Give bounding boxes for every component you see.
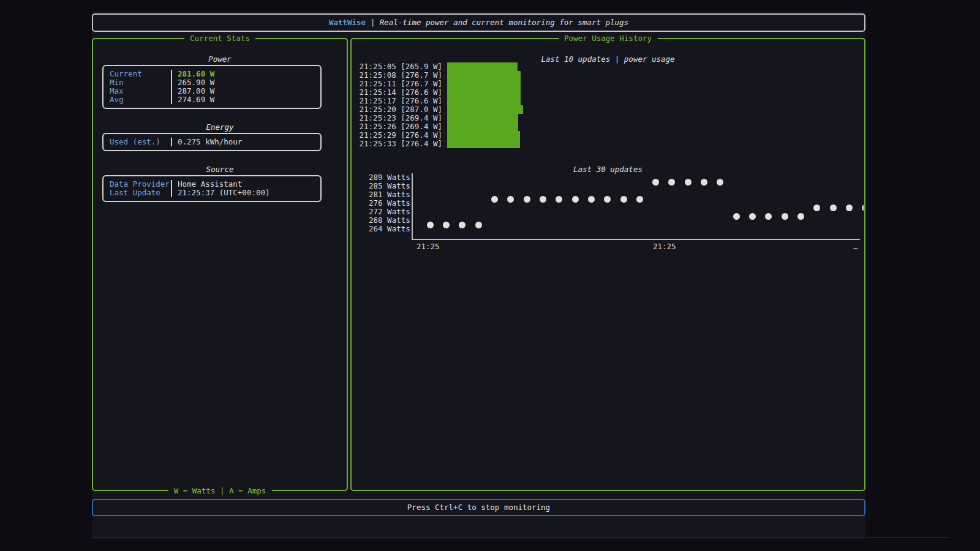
stat-label: Min [110, 78, 171, 87]
scatter-point [459, 222, 466, 228]
bar [447, 97, 521, 105]
scatter-point [830, 204, 837, 211]
stat-value-column: 0.275 kWh/hour [172, 138, 320, 146]
stat-value: 265.90 W [178, 78, 320, 87]
scatter-point [427, 222, 434, 228]
stat-label: Data Provider [110, 180, 171, 189]
scatter-point [620, 196, 627, 203]
scatter-point [588, 196, 595, 203]
stat-value: Home Assistant [178, 180, 320, 189]
bar [447, 80, 521, 88]
scatter-ytick-label: 264 Watts [369, 225, 409, 233]
bar-row-label: 21:25:14 [276.6 W] [355, 88, 442, 97]
stop-monitoring-bar: Press Ctrl+C to stop monitoring [92, 499, 865, 516]
scatter-point [475, 222, 482, 228]
bar-row-label: 21:25:33 [276.4 W] [355, 140, 442, 148]
scatter-plot-area [413, 169, 864, 239]
bar [447, 105, 523, 114]
bar [447, 88, 521, 97]
wattwise-screen: WattWise | Real-time power and current m… [0, 0, 980, 551]
scatter-point [668, 179, 675, 186]
bar-row-label: 21:25:20 [287.0 W] [355, 105, 442, 114]
stat-label: Used (est.) [110, 138, 171, 146]
scatter-point [507, 196, 514, 203]
stat-label: Last Update [110, 189, 171, 197]
bottom-divider [92, 537, 949, 538]
bar [447, 62, 518, 71]
power-usage-history-panel: Power Usage History Last 10 updates | po… [350, 38, 865, 491]
scatter-point [524, 196, 530, 203]
bar [447, 140, 520, 148]
stat-label: Avg [110, 96, 171, 104]
stat-label-column: CurrentMinMaxAvg [104, 70, 172, 104]
scatter-point [556, 196, 562, 203]
scatter-ytick-label: 272 Watts [369, 208, 409, 216]
scatter-x-axis [412, 239, 860, 240]
bar-row-label: 21:25:05 [265.9 W] [355, 62, 442, 71]
scatter-point [604, 196, 611, 203]
scatter-point [797, 213, 804, 220]
scatter-point [733, 213, 740, 220]
scatter-point [813, 204, 820, 211]
units-legend: W = Watts | A = Amps [168, 486, 272, 495]
bar-row-label: 21:25:29 [276.4 W] [355, 131, 442, 140]
scatter-ytick-label: 268 Watts [369, 216, 409, 225]
bar [447, 71, 521, 80]
bar-row-label: 21:25:08 [276.7 W] [355, 71, 442, 80]
scatter-ytick-label: 276 Watts [369, 199, 409, 208]
scatter-xtick-label: 21:25 [653, 242, 676, 251]
stat-value: 21:25:37 (UTC+00:00) [178, 189, 320, 197]
source-stats-table: Data ProviderLast UpdateHome Assistant21… [102, 175, 322, 202]
stat-label: Max [110, 87, 171, 96]
stat-value-column: 281.60 W265.90 W287.00 W274.69 W [172, 70, 320, 104]
stat-value: 287.00 W [178, 87, 320, 96]
power-usage-history-title: Power Usage History [559, 34, 657, 43]
scatter-xtick-label: … [853, 242, 858, 251]
current-stats-title: Current Stats [184, 34, 255, 43]
scatter-point [846, 204, 853, 211]
scatter-point [540, 196, 546, 203]
stat-label-column: Data ProviderLast Update [104, 180, 172, 197]
app-name: WattWise [329, 18, 366, 27]
scatter-point [717, 179, 723, 186]
scatter-point [443, 222, 450, 228]
stat-value: 0.275 kWh/hour [178, 138, 320, 146]
stop-monitoring-message: Press Ctrl+C to stop monitoring [93, 503, 864, 512]
header-box: WattWise | Real-time power and current m… [92, 13, 865, 32]
scatter-ytick-label: 281 Watts [369, 190, 409, 199]
scatter-point [701, 179, 707, 186]
stat-value-column: Home Assistant21:25:37 (UTC+00:00) [172, 180, 320, 197]
bar [447, 122, 518, 131]
scatter-ytick-label: 285 Watts [369, 182, 409, 190]
scatter-point [782, 213, 788, 220]
scatter-ytick-label: 289 Watts [369, 173, 409, 182]
power-stats-table: CurrentMinMaxAvg281.60 W265.90 W287.00 W… [102, 65, 322, 109]
bar-row-label: 21:25:17 [276.6 W] [355, 97, 442, 105]
scatter-point [749, 213, 756, 220]
energy-section-title: Energy [93, 122, 347, 132]
scatter-point [685, 179, 692, 186]
stat-value: 281.60 W [178, 70, 320, 78]
scatter-point [862, 204, 864, 211]
energy-stats-table: Used (est.)0.275 kWh/hour [102, 133, 322, 151]
bar-row-label: 21:25:23 [269.4 W] [355, 114, 442, 122]
bar [447, 114, 518, 122]
scatter-xtick-label: 21:25 [417, 242, 440, 251]
stat-value: 274.69 W [178, 96, 320, 104]
bar-row-label: 21:25:11 [276.7 W] [355, 80, 442, 88]
header-title: WattWise | Real-time power and current m… [93, 18, 864, 27]
bar-row-label: 21:25:26 [269.4 W] [355, 122, 442, 131]
scatter-point [636, 196, 643, 203]
scatter-point [572, 196, 579, 203]
power-section-title: Power [93, 54, 347, 64]
scatter-point [491, 196, 498, 203]
source-section-title: Source [93, 165, 347, 174]
header-separator: | [366, 18, 380, 27]
stat-label-column: Used (est.) [104, 138, 172, 146]
bar [447, 131, 520, 140]
scatter-point [652, 179, 659, 186]
current-stats-panel: Current Stats W = Watts | A = Amps Power… [92, 38, 348, 491]
header-subtitle: Real-time power and current monitoring f… [380, 18, 628, 27]
scatter-point [765, 213, 772, 220]
stat-label: Current [110, 70, 171, 78]
